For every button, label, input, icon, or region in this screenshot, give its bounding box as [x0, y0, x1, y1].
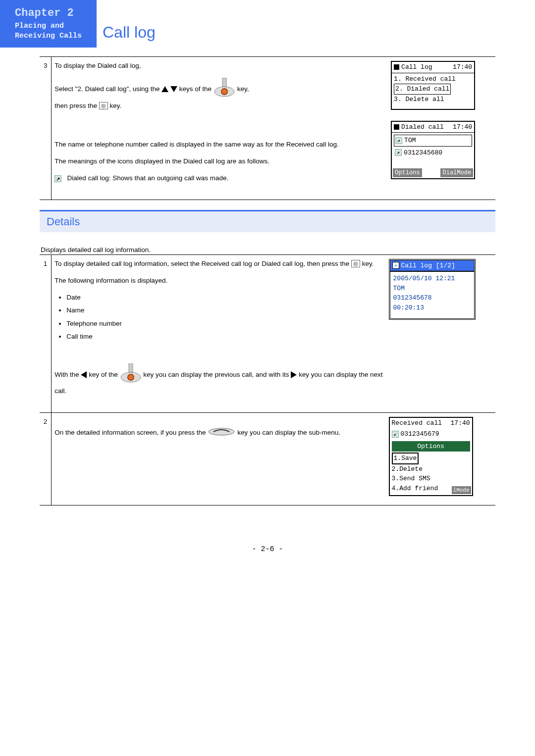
call-item-selected: ↗ TOM	[394, 135, 472, 147]
phone-screen-options-menu: Received call 17:40 ↙ 0312345679 Options…	[389, 417, 473, 497]
option-item-selected: 1.Save	[392, 453, 419, 464]
phone-screen-call-detail: ↗ Call log [1/2] 2005/05/10 12:21 TOM 03…	[389, 259, 476, 320]
dpad-icon	[120, 363, 142, 386]
detail-date: 2005/05/10 12:21	[393, 274, 471, 284]
step3-p4: The name or telephone number called is d…	[54, 140, 385, 150]
phone-screen-dialed-call: Dialed call 17:40 ↗ TOM ↗ 0312345680	[391, 121, 475, 180]
svg-point-2	[221, 89, 227, 95]
dialed-call-icon: ↗	[392, 262, 399, 269]
step1-p2: The following information is displayed.	[54, 276, 382, 286]
phone-screen-call-log-menu: Call log 17:40 1. Received call 2. Diale…	[391, 61, 475, 110]
step-number: 3	[40, 57, 52, 200]
svg-rect-4	[129, 363, 133, 372]
menu-item: 1. Received call	[394, 74, 472, 84]
left-arrow-icon	[81, 371, 87, 378]
softkey-button-icon	[208, 427, 235, 439]
options-header: Options	[392, 441, 470, 452]
svg-point-5	[128, 374, 134, 380]
step3-p2: Select "2. Dialed call log", using the k…	[54, 78, 385, 111]
details-intro: Displays detailed call log information.	[41, 246, 495, 253]
svg-rect-1	[222, 78, 226, 87]
detail-name: TOM	[393, 284, 471, 294]
menu-item: 3. Delete all	[394, 95, 472, 104]
call-item: ↗ 0312345680	[394, 148, 472, 158]
step-number: 1	[40, 254, 52, 412]
option-item: 2.Delete	[392, 464, 470, 474]
up-arrow-icon	[161, 86, 168, 92]
softkey-options: Options	[393, 168, 422, 177]
center-key-icon: ◎	[351, 260, 360, 267]
step-number: 2	[40, 412, 52, 505]
square-icon	[394, 124, 399, 130]
step1-p1: To display detailed call log information…	[54, 259, 382, 269]
step2-p1: On the detailed information screen, if y…	[54, 417, 382, 439]
chapter-box: Chapter 2 Placing and Receiving Calls	[0, 0, 97, 48]
step1-p3: With the key of the key you can display …	[54, 363, 382, 397]
dialed-call-icon: ↗	[395, 149, 402, 156]
received-call-icon: ↙	[392, 431, 399, 438]
dpad-icon	[214, 78, 235, 101]
dialed-call-icon: ↗	[54, 175, 61, 182]
softkey-mode: lMode	[452, 486, 471, 495]
square-icon	[394, 64, 399, 70]
down-arrow-icon	[170, 86, 177, 92]
chapter-sub: Placing and Receiving Calls	[15, 21, 87, 41]
chapter-title: Chapter 2	[15, 7, 87, 19]
right-arrow-icon	[291, 371, 297, 378]
option-item: 3.Send SMS	[392, 474, 470, 484]
menu-item-selected: 2. Dialed call	[394, 84, 451, 95]
dialed-call-icon: ↗	[395, 137, 402, 144]
center-key-icon: ◎	[99, 102, 108, 109]
page-title: Call log	[97, 23, 156, 48]
detail-number: 0312345678	[393, 293, 471, 303]
detail-duration: 00:20:13	[393, 303, 471, 313]
step3-p1: To display the Dialed call log,	[54, 61, 385, 71]
page-number: - 2-6 -	[0, 505, 535, 563]
details-heading: Details	[40, 211, 495, 232]
info-list: Date Name Telephone number Call time	[66, 293, 382, 342]
step3-p6: ↗ Dialed call log: Shows that an outgoin…	[54, 173, 385, 183]
step3-p5: The meanings of the icons displayed in t…	[54, 156, 385, 166]
softkey-dialmode: DialMode	[440, 168, 473, 177]
